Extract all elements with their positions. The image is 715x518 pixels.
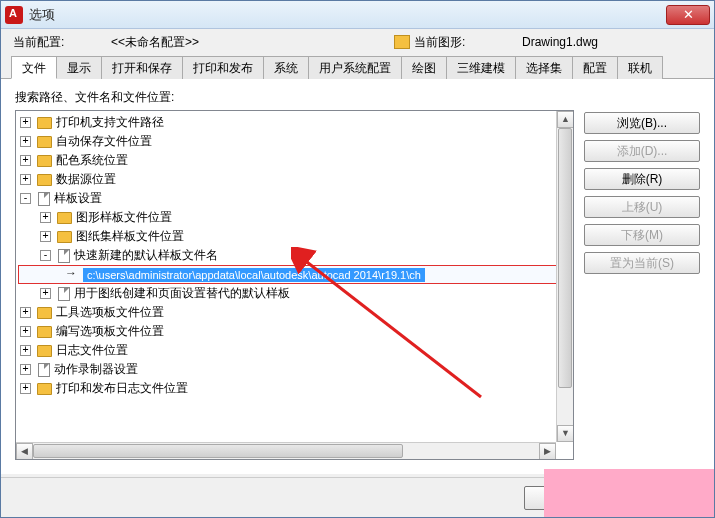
folder-icon (57, 212, 72, 224)
tree-node[interactable]: +编写选项板文件位置 (16, 322, 573, 341)
tree-node[interactable]: +动作录制器设置 (16, 360, 573, 379)
tree-node[interactable]: +打印和发布日志文件位置 (16, 379, 573, 398)
tree-node[interactable]: +打印机支持文件路径 (16, 113, 573, 132)
tree-label: 工具选项板文件位置 (56, 304, 164, 321)
add-button[interactable]: 添加(D)... (584, 140, 700, 162)
expand-icon[interactable]: + (20, 364, 31, 375)
move-up-button[interactable]: 上移(U) (584, 196, 700, 218)
tree-label: 打印机支持文件路径 (56, 114, 164, 131)
scroll-thumb[interactable] (33, 444, 403, 458)
tree-label: 样板设置 (54, 190, 102, 207)
tree-node[interactable]: +日志文件位置 (16, 341, 573, 360)
tree-label: 数据源位置 (56, 171, 116, 188)
overlay-block (544, 469, 714, 517)
tree-node[interactable]: +自动保存文件位置 (16, 132, 573, 151)
tab-content: 搜索路径、文件名和文件位置: +打印机支持文件路径 +自动保存文件位置 +配色系… (1, 79, 714, 474)
expand-icon[interactable]: + (20, 136, 31, 147)
tree-label: 配色系统位置 (56, 152, 128, 169)
collapse-icon[interactable]: - (20, 193, 31, 204)
tab-drafting[interactable]: 绘图 (401, 56, 447, 79)
tree-node-selected[interactable]: c:\users\administrator\appdata\local\aut… (18, 265, 571, 284)
tree-node[interactable]: +图纸集样板文件位置 (16, 227, 573, 246)
expand-icon[interactable]: + (40, 288, 51, 299)
current-drawing-label: 当前图形: (414, 34, 522, 51)
tree-node[interactable]: -样板设置 (16, 189, 573, 208)
tree-label: 打印和发布日志文件位置 (56, 380, 188, 397)
tree-label: 图形样板文件位置 (76, 209, 172, 226)
file-icon (38, 363, 50, 377)
expand-icon[interactable]: + (20, 155, 31, 166)
tree-node[interactable]: +数据源位置 (16, 170, 573, 189)
scrollbar-horizontal[interactable]: ◀ ▶ (16, 442, 556, 459)
tree-label: 图纸集样板文件位置 (76, 228, 184, 245)
folder-icon (37, 136, 52, 148)
scroll-thumb[interactable] (558, 128, 572, 388)
scroll-up-icon[interactable]: ▲ (557, 111, 574, 128)
dwg-icon (394, 35, 410, 49)
collapse-icon[interactable]: - (40, 250, 51, 261)
file-icon (38, 192, 50, 206)
tree-label: 用于图纸创建和页面设置替代的默认样板 (74, 285, 290, 302)
info-row: 当前配置: <<未命名配置>> 当前图形: Drawing1.dwg (1, 29, 714, 55)
current-config-label: 当前配置: (13, 34, 111, 51)
folder-icon (37, 117, 52, 129)
expand-icon[interactable]: + (20, 174, 31, 185)
tab-files[interactable]: 文件 (11, 56, 57, 79)
expand-icon[interactable]: + (20, 117, 31, 128)
tab-open-save[interactable]: 打开和保存 (101, 56, 183, 79)
remove-button[interactable]: 删除(R) (584, 168, 700, 190)
set-current-button[interactable]: 置为当前(S) (584, 252, 700, 274)
folder-icon (57, 231, 72, 243)
tree-node[interactable]: +工具选项板文件位置 (16, 303, 573, 322)
tree-view[interactable]: +打印机支持文件路径 +自动保存文件位置 +配色系统位置 +数据源位置 -样板设… (15, 110, 574, 460)
tab-online[interactable]: 联机 (617, 56, 663, 79)
scroll-left-icon[interactable]: ◀ (16, 443, 33, 460)
section-heading: 搜索路径、文件名和文件位置: (15, 89, 700, 106)
expand-icon[interactable]: + (20, 326, 31, 337)
tab-bar: 文件 显示 打开和保存 打印和发布 系统 用户系统配置 绘图 三维建模 选择集 … (1, 55, 714, 79)
folder-icon (37, 345, 52, 357)
tree-label: 动作录制器设置 (54, 361, 138, 378)
current-config-value: <<未命名配置>> (111, 34, 394, 51)
scroll-down-icon[interactable]: ▼ (557, 425, 574, 442)
tab-display[interactable]: 显示 (56, 56, 102, 79)
tree-path-value: c:\users\administrator\appdata\local\aut… (83, 268, 425, 282)
tree-node[interactable]: -快速新建的默认样板文件名 (16, 246, 573, 265)
scroll-right-icon[interactable]: ▶ (539, 443, 556, 460)
expand-icon[interactable]: + (20, 345, 31, 356)
folder-icon (37, 326, 52, 338)
window-title: 选项 (29, 6, 666, 24)
button-sidebar: 浏览(B)... 添加(D)... 删除(R) 上移(U) 下移(M) 置为当前… (584, 110, 700, 460)
tab-profiles[interactable]: 配置 (572, 56, 618, 79)
file-icon (58, 287, 70, 301)
tab-user-prefs[interactable]: 用户系统配置 (308, 56, 402, 79)
folder-icon (37, 155, 52, 167)
tab-3d[interactable]: 三维建模 (446, 56, 516, 79)
tree-label: 快速新建的默认样板文件名 (74, 247, 218, 264)
app-icon (5, 6, 23, 24)
tree-label: 编写选项板文件位置 (56, 323, 164, 340)
tab-system[interactable]: 系统 (263, 56, 309, 79)
move-down-button[interactable]: 下移(M) (584, 224, 700, 246)
tree-node[interactable]: +图形样板文件位置 (16, 208, 573, 227)
expand-icon[interactable]: + (40, 212, 51, 223)
scrollbar-vertical[interactable]: ▲ ▼ (556, 111, 573, 442)
file-icon (58, 249, 70, 263)
browse-button[interactable]: 浏览(B)... (584, 112, 700, 134)
tree-label: 日志文件位置 (56, 342, 128, 359)
folder-icon (37, 307, 52, 319)
tab-selection[interactable]: 选择集 (515, 56, 573, 79)
tree-node[interactable]: +配色系统位置 (16, 151, 573, 170)
tree-node[interactable]: +用于图纸创建和页面设置替代的默认样板 (16, 284, 573, 303)
expand-icon[interactable]: + (40, 231, 51, 242)
tree-label: 自动保存文件位置 (56, 133, 152, 150)
expand-icon[interactable]: + (20, 383, 31, 394)
current-drawing-value: Drawing1.dwg (522, 35, 702, 49)
expand-icon[interactable]: + (20, 307, 31, 318)
titlebar: 选项 ✕ (1, 1, 714, 29)
arrow-icon (65, 270, 79, 280)
folder-icon (37, 174, 52, 186)
close-button[interactable]: ✕ (666, 5, 710, 25)
tab-plot-publish[interactable]: 打印和发布 (182, 56, 264, 79)
folder-icon (37, 383, 52, 395)
